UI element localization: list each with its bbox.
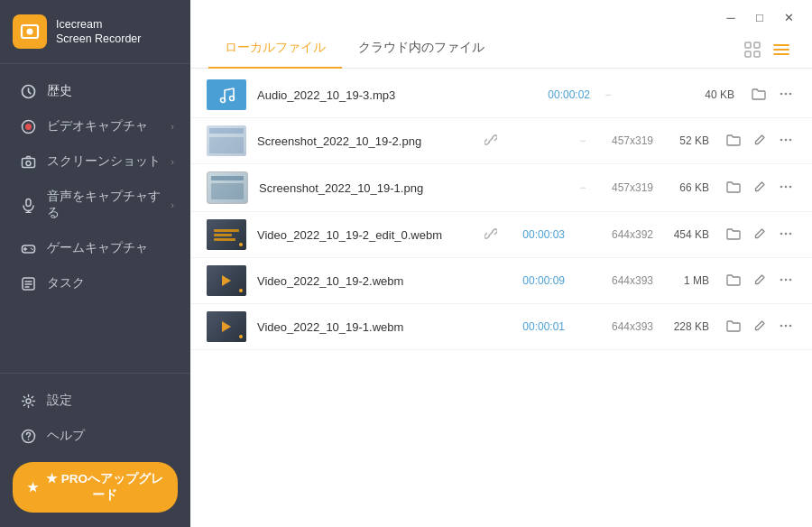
edit-icon: [753, 227, 766, 240]
upgrade-button[interactable]: ★ ★ PROへアップグレード: [13, 462, 178, 513]
svg-point-6: [26, 161, 31, 165]
sidebar-item-task[interactable]: タスク: [5, 266, 185, 300]
svg-point-41: [785, 232, 788, 235]
file-dims: 644x393: [601, 274, 653, 287]
edit-button[interactable]: [751, 272, 769, 291]
list-icon: [773, 42, 789, 58]
open-folder-button[interactable]: [724, 178, 743, 199]
file-row[interactable]: Video_2022_10_19-1.webm 00:00:01 644x393…: [190, 304, 812, 350]
minimize-icon: ─: [726, 11, 734, 24]
svg-point-44: [785, 278, 788, 281]
open-folder-button[interactable]: [724, 225, 743, 245]
minimize-button[interactable]: ─: [718, 7, 743, 27]
more-icon: [779, 319, 793, 333]
task-icon: [20, 275, 36, 291]
file-duration: 00:00:02: [536, 88, 590, 101]
file-size: 52 KB: [664, 134, 709, 147]
file-row[interactable]: Screenshot_2022_10_19-2.png − 457x319 52…: [190, 118, 812, 164]
edit-icon: [753, 134, 766, 146]
file-thumbnail: [207, 79, 246, 110]
file-row[interactable]: Video_2022_10_19-2_edit_0.webm 00:00:03 …: [190, 212, 812, 258]
svg-point-35: [785, 138, 788, 141]
sidebar-item-screenshot[interactable]: スクリーンショット ›: [5, 144, 185, 179]
edit-button[interactable]: [751, 318, 769, 337]
more-options-button[interactable]: [776, 317, 796, 337]
more-icon: [779, 133, 793, 147]
sidebar-item-video-capture[interactable]: ビデオキャプチャ ›: [5, 109, 185, 143]
file-size: 40 KB: [689, 88, 734, 101]
close-button[interactable]: ✕: [776, 7, 801, 27]
sidebar-menu: 歴史 ビデオキャプチャ › スクリーンショット ›: [0, 64, 190, 373]
more-options-button[interactable]: [776, 85, 796, 106]
file-row[interactable]: Screenshot_2022_10_19-1.png − 457x319 66…: [190, 164, 812, 212]
edit-button[interactable]: [751, 179, 769, 198]
file-name: Video_2022_10_19-1.webm: [257, 320, 471, 334]
file-size: 1 MB: [664, 274, 709, 287]
maximize-button[interactable]: □: [747, 7, 772, 27]
main-content: ─ □ ✕ ローカルファイル クラウド内のファイル: [190, 0, 812, 527]
more-options-button[interactable]: [776, 271, 796, 291]
sidebar-item-label: 音声をキャプチャする: [47, 189, 171, 221]
file-size: 228 KB: [664, 320, 709, 333]
svg-point-14: [32, 248, 33, 250]
open-folder-button[interactable]: [724, 317, 743, 337]
file-row[interactable]: Video_2022_10_19-2.webm 00:00:09 644x393…: [190, 258, 812, 304]
more-options-button[interactable]: [776, 178, 796, 199]
more-options-button[interactable]: [776, 225, 796, 245]
file-name: Screenshot_2022_10_19-2.png: [257, 134, 471, 148]
file-duration: 00:00:03: [511, 228, 565, 241]
grid-view-button[interactable]: [740, 37, 765, 62]
file-name: Video_2022_10_19-2.webm: [257, 274, 471, 288]
sidebar-item-settings[interactable]: 設定: [5, 384, 185, 418]
file-actions: [724, 131, 796, 152]
file-duration: 00:00:01: [511, 320, 565, 333]
svg-point-47: [785, 324, 788, 327]
file-size: 454 KB: [664, 228, 709, 241]
file-thumbnail: [207, 311, 246, 342]
edit-icon: [753, 319, 766, 332]
more-options-button[interactable]: [776, 131, 796, 152]
tab-local-files[interactable]: ローカルファイル: [208, 31, 342, 69]
file-thumbnail: [207, 219, 246, 250]
sidebar-item-label: ヘルプ: [47, 428, 85, 444]
file-row[interactable]: Audio_2022_10_19-3.mp3 00:00:02 − 40 KB: [190, 72, 812, 118]
sidebar-item-game-capture[interactable]: ゲームキャプチャ: [5, 231, 185, 265]
open-folder-button[interactable]: [724, 131, 743, 152]
svg-point-39: [789, 185, 792, 188]
folder-icon: [752, 87, 766, 101]
more-icon: [779, 273, 793, 287]
svg-point-46: [780, 324, 783, 327]
grid-icon: [744, 42, 761, 58]
svg-point-32: [785, 92, 788, 95]
svg-point-19: [26, 399, 31, 403]
link-icon: [484, 227, 497, 240]
file-actions: [724, 317, 796, 337]
folder-icon: [726, 227, 741, 241]
sidebar-item-label: スクリーンショット: [47, 153, 161, 170]
file-thumbnail: [207, 125, 246, 156]
sidebar: Icecream Screen Recorder 歴史 ビデオキャプチャ: [0, 0, 190, 527]
file-dims: 457x319: [601, 181, 653, 194]
tab-cloud-files[interactable]: クラウド内のファイル: [342, 31, 501, 69]
file-dims: 644x392: [601, 228, 653, 241]
sidebar-item-label: ゲームキャプチャ: [47, 240, 148, 256]
file-duration: 00:00:09: [511, 274, 565, 287]
sidebar-item-audio-capture[interactable]: 音声をキャプチャする ›: [5, 180, 185, 230]
svg-rect-25: [754, 51, 760, 57]
edit-button[interactable]: [751, 226, 769, 245]
open-folder-button[interactable]: [749, 85, 769, 106]
list-view-button[interactable]: [769, 37, 794, 62]
file-separator: −: [576, 181, 590, 194]
svg-point-38: [785, 185, 788, 188]
sidebar-item-label: タスク: [47, 275, 85, 291]
sidebar-item-history[interactable]: 歴史: [5, 74, 185, 108]
open-folder-button[interactable]: [724, 271, 743, 291]
edit-button[interactable]: [751, 132, 769, 151]
svg-rect-23: [754, 42, 760, 48]
folder-icon: [726, 273, 741, 287]
link-icon: [482, 134, 500, 149]
sidebar-item-help[interactable]: ヘルプ: [5, 419, 185, 453]
svg-point-34: [780, 138, 783, 141]
view-toggle: [740, 37, 794, 62]
help-icon: [20, 428, 36, 444]
